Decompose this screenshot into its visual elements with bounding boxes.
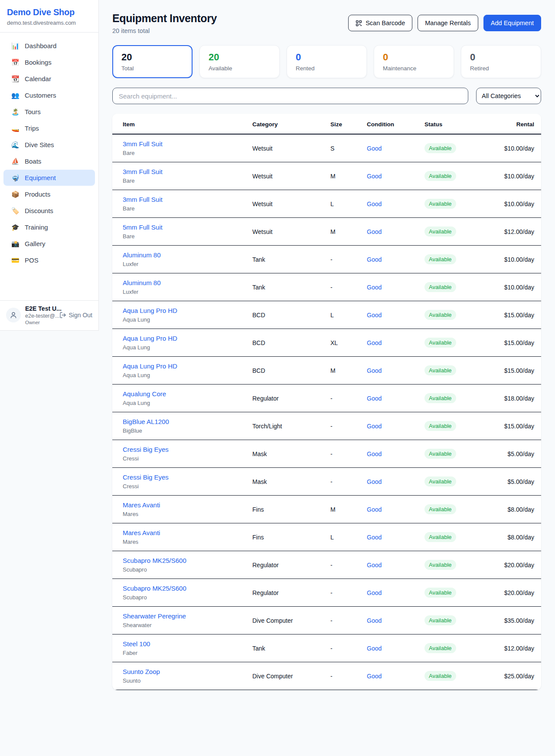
sidebar-item-dashboard[interactable]: 📊 Dashboard [3,38,95,54]
condition-link[interactable]: Good [367,562,382,569]
sidebar-item-customers[interactable]: 👥 Customers [3,87,95,103]
condition-link[interactable]: Good [367,617,382,624]
item-name-link[interactable]: Steel 100 [123,640,150,648]
item-size: - [323,551,360,579]
item-name-link[interactable]: Mares Avanti [123,529,160,537]
item-name-link[interactable]: 3mm Full Suit [123,140,163,148]
item-category: Regulator [245,385,323,412]
item-size: M [323,496,360,523]
condition-link[interactable]: Good [367,423,382,430]
sidebar-item-boats[interactable]: ⛵ Boats [3,153,95,169]
stat-value: 0 [296,52,358,63]
condition-link[interactable]: Good [367,450,382,457]
sidebar-item-gallery[interactable]: 📸 Gallery [3,236,95,252]
sidebar-item-tours[interactable]: 🏝️ Tours [3,104,95,120]
sidebar-item-training[interactable]: 🎓 Training [3,219,95,235]
condition-link[interactable]: Good [367,256,382,263]
page-header: Equipment Inventory 20 items total Scan … [112,12,541,34]
manage-rentals-button[interactable]: Manage Rentals [418,15,478,31]
table-row: Mares Avanti Mares Fins M Good Available… [112,496,541,523]
sidebar-item-products[interactable]: 📦 Products [3,186,95,202]
condition-link[interactable]: Good [367,173,382,180]
item-name-link[interactable]: Mares Avanti [123,501,160,509]
item-name-link[interactable]: Aqualung Core [123,390,166,398]
sidebar-item-discounts[interactable]: 🏷️ Discounts [3,203,95,219]
item-category: Tank [245,246,323,273]
barcode-scan-icon [356,20,362,26]
stat-card-maintenance[interactable]: 0 Maintenance [374,45,454,78]
sidebar-item-pos[interactable]: 💳 POS [3,252,95,268]
brand-block: Demo Dive Shop demo.test.divestreams.com [0,0,98,33]
stat-card-retired[interactable]: 0 Retired [461,45,541,78]
item-name-link[interactable]: Scubapro MK25/S600 [123,584,186,593]
item-size: - [323,385,360,412]
item-category: BCD [245,301,323,329]
stat-card-rented[interactable]: 0 Rented [287,45,367,78]
condition-link[interactable]: Good [367,284,382,291]
table-row: Shearwater Peregrine Shearwater Dive Com… [112,607,541,634]
item-category: Mask [245,468,323,496]
sign-out-button[interactable]: Sign Out [59,312,92,319]
item-size: - [323,273,360,301]
sidebar-item-dive-sites[interactable]: 🌊 Dive Sites [3,137,95,153]
item-name-link[interactable]: Aqua Lung Pro HD [123,362,177,371]
condition-link[interactable]: Good [367,145,382,152]
scan-barcode-button[interactable]: Scan Barcode [348,15,412,31]
item-name-link[interactable]: Aluminum 80 [123,279,161,287]
search-input[interactable] [112,88,468,104]
condition-link[interactable]: Good [367,589,382,596]
filter-bar: All Categories [112,88,541,104]
item-name-link[interactable]: 3mm Full Suit [123,168,163,176]
status-badge: Available [424,393,456,403]
dashboard-icon: 📊 [11,43,19,49]
item-name-link[interactable]: Scubapro MK25/S600 [123,556,186,565]
status-badge: Available [424,671,456,681]
discounts-icon: 🏷️ [11,207,19,214]
condition-link[interactable]: Good [367,367,382,374]
item-name-link[interactable]: Aluminum 80 [123,251,161,260]
condition-link[interactable]: Good [367,478,382,485]
condition-link[interactable]: Good [367,395,382,402]
stat-card-available[interactable]: 20 Available [199,45,280,78]
item-category: BCD [245,357,323,385]
item-name-link[interactable]: 3mm Full Suit [123,195,163,204]
condition-link[interactable]: Good [367,339,382,346]
item-name-link[interactable]: Cressi Big Eyes [123,445,169,454]
item-name-link[interactable]: Suunto Zoop [123,667,160,676]
item-name-link[interactable]: Aqua Lung Pro HD [123,306,177,315]
stat-card-total[interactable]: 20 Total [112,45,193,78]
condition-link[interactable]: Good [367,534,382,541]
rental-rate: $15.00/day [495,329,541,357]
condition-link[interactable]: Good [367,312,382,319]
item-name-link[interactable]: Aqua Lung Pro HD [123,334,177,343]
status-badge: Available [424,227,456,237]
item-name-link[interactable]: Shearwater Peregrine [123,612,186,621]
item-name-link[interactable]: 5mm Full Suit [123,223,163,232]
item-brand: Aqua Lung [123,400,238,407]
rental-rate: $18.00/day [495,385,541,412]
sidebar: Demo Dive Shop demo.test.divestreams.com… [0,0,99,331]
add-equipment-button[interactable]: Add Equipment [483,15,541,31]
condition-link[interactable]: Good [367,228,382,235]
item-category: Mask [245,440,323,468]
status-badge: Available [424,254,456,264]
sidebar-item-equipment[interactable]: 🤿 Equipment [3,170,95,186]
table-row: Suunto Zoop Suunto Dive Computer - Good … [112,662,541,690]
sidebar-item-trips[interactable]: 🚤 Trips [3,120,95,136]
tours-icon: 🏝️ [11,108,19,115]
condition-link[interactable]: Good [367,506,382,513]
sidebar-item-bookings[interactable]: 📅 Bookings [3,54,95,70]
item-name-link[interactable]: Cressi Big Eyes [123,473,169,482]
sidebar-item-label: Trips [25,125,39,132]
condition-link[interactable]: Good [367,645,382,652]
condition-link[interactable]: Good [367,673,382,680]
item-size: - [323,634,360,662]
category-filter-select[interactable]: All Categories [476,88,541,104]
condition-link[interactable]: Good [367,201,382,207]
brand-title[interactable]: Demo Dive Shop [7,7,91,17]
sidebar-item-calendar[interactable]: 📆 Calendar [3,71,95,87]
item-name-link[interactable]: BigBlue AL1200 [123,417,169,426]
table-row: Aluminum 80 Luxfer Tank - Good Available… [112,246,541,273]
item-brand: Shearwater [123,622,238,629]
sidebar-item-label: Training [25,224,48,231]
